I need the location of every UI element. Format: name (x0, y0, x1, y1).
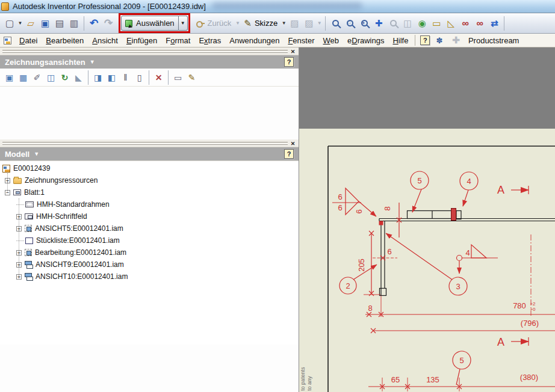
tree-item-1[interactable]: +Zeichnungsressourcen (0, 174, 299, 186)
content-loop-icon-1[interactable] (458, 16, 473, 31)
views-toolbar-separator (149, 70, 149, 85)
sketch-dropdown-icon[interactable]: ▼ (281, 16, 287, 31)
menu-items: DateiBearbeitenAnsichtEinfügenFormatExtr… (15, 35, 412, 46)
tree-item-label[interactable]: Bearbeitung:E00012401.iam (35, 248, 126, 257)
menu-item-datei[interactable]: Datei (15, 35, 42, 46)
content-loop-icon-2[interactable] (473, 16, 487, 31)
menu-item-hilfe[interactable]: Hilfe (388, 35, 412, 46)
crop-view-icon[interactable] (132, 71, 146, 84)
dim-780-tol-lower: +0 (530, 307, 536, 312)
slice-view-icon[interactable] (119, 71, 132, 84)
tree-item-0[interactable]: E00012439 (0, 162, 299, 174)
views-panel-dropdown-icon[interactable]: ▼ (90, 59, 95, 65)
model-panel-header[interactable]: Modell ▼ ? (0, 147, 299, 161)
back-button: Zurück (193, 16, 235, 31)
undo-icon[interactable] (87, 16, 101, 31)
tree-item-label[interactable]: Zeichnungsressourcen (25, 176, 98, 185)
tree-item-label[interactable]: Stückliste:E00012401.iam (36, 236, 120, 245)
dim-205: 205 (357, 259, 366, 272)
tree-item-label[interactable]: ANSICHT10:E00012401.iam (36, 272, 128, 281)
toolbar-separator (325, 16, 326, 31)
select-button[interactable]: Auswählen (121, 16, 179, 31)
menu-item-extras[interactable]: Extras (194, 35, 225, 46)
tree-item-2[interactable]: −Blatt:1 (0, 186, 299, 198)
balloon-2: 2 (346, 281, 350, 290)
title-ghost-artifact (212, 2, 362, 9)
views-panel-header[interactable]: Zeichnungsansichten ▼ ? (0, 55, 299, 69)
views-panel-help-icon[interactable]: ? (284, 57, 294, 67)
projected-view-icon[interactable] (16, 71, 30, 84)
tree-item-label[interactable]: HMH-Schriftfeld (36, 212, 87, 221)
open-icon[interactable] (23, 16, 38, 31)
menu-item-web[interactable]: Web (318, 35, 343, 46)
document-transfer-icon[interactable] (487, 16, 501, 31)
tree-connector-dash (16, 240, 24, 241)
tree-item-9[interactable]: +ANSICHT10:E00012401.iam (0, 271, 299, 283)
menu-item-fenster[interactable]: Fenster (284, 35, 318, 46)
tree-item-8[interactable]: +ANSICHT9:E00012401.iam (0, 259, 299, 271)
select-dropdown-icon[interactable]: ▼ (179, 16, 188, 31)
save-icon[interactable] (38, 16, 52, 31)
balloon-5-top: 5 (417, 176, 421, 185)
tree-item-4[interactable]: +HMH-Schriftfeld (0, 210, 299, 222)
drawing-canvas[interactable]: 5 4 2 3 5 6 6 6 8 205 6 4 8 780 +2 +0 (7… (299, 47, 555, 392)
tree-item-3[interactable]: HMH-Standardrahmen (0, 198, 299, 210)
tree-connector (19, 198, 19, 277)
zoom-in-out-icon[interactable]: ± (357, 16, 371, 31)
orbit-icon[interactable] (415, 16, 429, 31)
back-dropdown-icon: ▼ (234, 16, 241, 31)
break-out-view-icon[interactable] (105, 71, 119, 84)
tree-item-5[interactable]: +ANSICHT5:E00012401.iam (0, 222, 299, 234)
menu-item-format[interactable]: Format (161, 35, 194, 46)
weld-dim-4: 4 (465, 248, 470, 257)
sketch-view-icon[interactable] (185, 71, 199, 84)
toolbar-separator (84, 16, 84, 31)
zoom-all-icon[interactable] (328, 16, 343, 31)
section-view-icon[interactable] (44, 71, 58, 84)
tree-connector (7, 173, 8, 192)
views-panel-splitter[interactable]: ✕ (0, 47, 299, 55)
weld-dim-upper: 6 (338, 192, 342, 201)
model-panel-help-icon[interactable]: ? (284, 149, 294, 159)
sketch-button[interactable]: ✎ Skizze (241, 16, 281, 31)
productstream-menu-item[interactable]: Productstream (468, 36, 519, 45)
sketch-measure-icon[interactable] (444, 16, 458, 31)
print-preview-icon[interactable] (52, 16, 67, 31)
tree-item-7[interactable]: +Bearbeitung:E00012401.iam (0, 247, 299, 259)
menu-item-edrawings[interactable]: eDrawings (343, 35, 388, 46)
base-view-icon[interactable] (2, 71, 16, 84)
add-icon: ✚ (452, 35, 460, 46)
menu-item-ansicht[interactable]: Ansicht (88, 35, 122, 46)
tree-item-label[interactable]: ANSICHT9:E00012401.iam (36, 260, 124, 269)
tree-item-label[interactable]: E00012439 (13, 164, 50, 173)
title-bar[interactable]: Autodesk Inventor Professional 2009 - [E… (0, 0, 555, 13)
overlay-view-icon[interactable] (72, 71, 85, 84)
model-panel-dropdown-icon[interactable]: ▼ (34, 151, 39, 157)
highlighted-part-segment (451, 209, 456, 221)
detail-view-icon[interactable] (58, 71, 72, 84)
tree-item-label[interactable]: Blatt:1 (24, 188, 45, 197)
tree-item-label[interactable]: ANSICHT5:E00012401.iam (35, 224, 123, 233)
break-view-icon[interactable] (91, 71, 105, 84)
print-icon[interactable] (67, 16, 81, 31)
zoom-window-icon[interactable]: □ (343, 16, 357, 31)
model-panel-splitter[interactable]: ✕ (0, 139, 299, 147)
balloon-3: 3 (456, 282, 460, 291)
tree-item-label[interactable]: HMH-Standardrahmen (37, 200, 110, 209)
menu-item-bearbeiten[interactable]: Bearbeiten (42, 35, 88, 46)
new-document-dropdown-icon[interactable]: ▼ (17, 16, 23, 31)
model-panel-close-icon[interactable]: ✕ (290, 140, 296, 147)
measure-icon[interactable] (429, 16, 444, 31)
help-topics-icon[interactable]: ✽ (436, 36, 442, 45)
pan-icon[interactable] (371, 16, 386, 31)
draft-view-icon[interactable] (152, 71, 166, 84)
views-toolbar (0, 69, 299, 87)
help-icon[interactable]: ? (420, 35, 430, 45)
menu-item-einfügen[interactable]: Einfügen (122, 35, 161, 46)
views-panel-close-icon[interactable]: ✕ (290, 48, 296, 55)
tree-item-6[interactable]: Stückliste:E00012401.iam (0, 234, 299, 247)
menu-item-anwendungen[interactable]: Anwendungen (225, 35, 284, 46)
new-sheet-icon[interactable] (171, 71, 185, 84)
auxiliary-view-icon[interactable] (30, 71, 44, 84)
new-document-icon[interactable] (2, 16, 17, 31)
